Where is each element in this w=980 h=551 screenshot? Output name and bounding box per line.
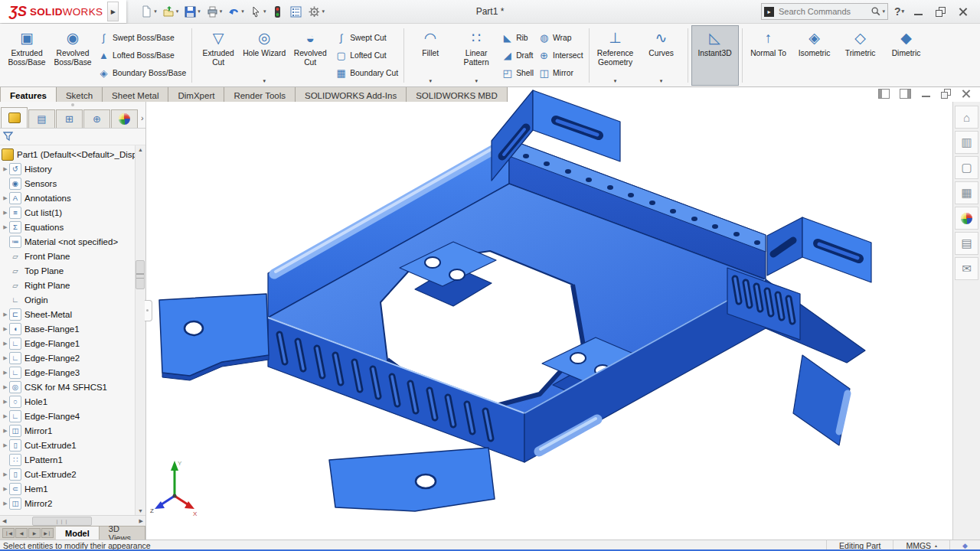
dropdown-caret[interactable]: ▾ (429, 78, 432, 84)
extruded-cut-button[interactable]: ▽Extruded Cut (195, 25, 241, 86)
close-button[interactable] (958, 7, 968, 17)
dropdown-caret[interactable]: ▾ (322, 8, 325, 15)
sheet-metal-part[interactable] (159, 90, 871, 511)
print-button[interactable]: ▾ (204, 4, 224, 20)
linear-pattern-button[interactable]: ∷Linear Pattern▾ (453, 25, 499, 86)
prev-tab-icon[interactable]: ◀ (15, 528, 28, 538)
save-button[interactable]: ▾ (182, 4, 202, 20)
dropdown-caret[interactable]: ▾ (241, 8, 244, 15)
tree-item-right-plane[interactable]: ▱Right Plane (0, 278, 145, 292)
expand-arrow-icon[interactable]: ▶ (2, 355, 9, 361)
tree-item-sheet-metal[interactable]: ▶⊏Sheet-Metal (0, 307, 145, 321)
tree-item-edge-flange4[interactable]: ▶∟Edge-Flange4 (0, 409, 145, 423)
expand-arrow-icon[interactable]: ▶ (2, 224, 9, 230)
taskpane-appearances-button[interactable] (955, 207, 978, 230)
open-button[interactable]: ▾ (161, 4, 181, 20)
tree-item-equations[interactable]: ▶ΣEquations (0, 220, 145, 234)
doc-tab-model[interactable]: Model (56, 527, 100, 540)
tree-item-cut-extrude1[interactable]: ▶▯Cut-Extrude1 (0, 438, 145, 452)
expand-arrow-icon[interactable]: ▶ (2, 399, 9, 405)
swept-boss-base-button[interactable]: ∫Swept Boss/Base (98, 30, 186, 47)
expand-arrow-icon[interactable]: ▶ (2, 370, 9, 376)
traffic-light-button[interactable] (270, 4, 286, 20)
manager-tab-featuremanager-tree[interactable] (1, 107, 28, 128)
dropdown-caret[interactable]: ▾ (614, 78, 617, 84)
doc-restore-button[interactable] (941, 89, 951, 99)
wrap-button[interactable]: ◍Wrap (538, 30, 583, 47)
intersect-button[interactable]: ⊕Intersect (538, 47, 583, 64)
expand-arrow-icon[interactable]: ▶ (2, 428, 9, 434)
tree-item-top-plane[interactable]: ▱Top Plane (0, 263, 145, 278)
tree-item-annotations[interactable]: ▶AAnnotations (0, 191, 145, 205)
manager-tabs-overflow-icon[interactable]: › (139, 113, 146, 122)
taskpane-file-explorer-button[interactable]: ▢ (955, 156, 978, 179)
next-tab-icon[interactable]: ▶ (28, 528, 41, 538)
expand-arrow-icon[interactable]: ▶ (2, 413, 9, 419)
manager-tab-configurationmanager[interactable]: ⊞ (56, 109, 83, 128)
isometric-button[interactable]: ◈Isometric (792, 25, 838, 86)
dropdown-caret[interactable]: ▾ (475, 78, 478, 84)
hscroll-thumb[interactable]: ❘❘❘ (32, 517, 92, 526)
expand-arrow-icon[interactable]: ▶ (2, 471, 9, 478)
scroll-up-icon[interactable]: ▲ (138, 147, 143, 152)
tree-item-part1-root[interactable]: Part1 (Default<<Default>_Disp (0, 147, 145, 161)
tab-features[interactable]: Features (0, 86, 57, 102)
boundary-cut-button[interactable]: ▦Boundary Cut (335, 65, 398, 82)
tree-item-cut-extrude2[interactable]: ▶▯Cut-Extrude2 (0, 467, 145, 481)
tree-item-sensors[interactable]: ◉Sensors (0, 176, 145, 191)
tree-item-mirror1[interactable]: ▶◫Mirror1 (0, 423, 145, 438)
taskpane-view-palette-button[interactable]: ▦ (955, 181, 978, 204)
scroll-right-icon[interactable]: ▶ (139, 518, 143, 524)
lofted-cut-button[interactable]: ▢Lofted Cut (335, 47, 398, 64)
dropdown-caret[interactable]: ▾ (176, 8, 179, 15)
taskpane-home-button[interactable]: ⌂ (955, 106, 978, 129)
swept-cut-button[interactable]: ∫Swept Cut (335, 30, 398, 47)
revolved-boss-base-button[interactable]: ◉Revolved Boss/Base (50, 25, 96, 86)
shell-button[interactable]: ◰Shell (501, 65, 534, 82)
tree-item-edge-flange2[interactable]: ▶∟Edge-Flange2 (0, 350, 145, 365)
dropdown-caret[interactable]: ▾ (660, 78, 663, 84)
dropdown-caret[interactable]: ▾ (263, 78, 266, 84)
tree-item-edge-flange3[interactable]: ▶∟Edge-Flange3 (0, 365, 145, 380)
search-commands-box[interactable]: ▸ ▾ (761, 3, 888, 20)
collapse-right-pane-icon[interactable] (900, 89, 911, 99)
taskpane-forum-button[interactable]: ✉ (955, 257, 978, 280)
tree-item-edge-flange1[interactable]: ▶∟Edge-Flange1 (0, 336, 145, 350)
panel-flyout-button[interactable] (145, 300, 152, 321)
fillet-button[interactable]: ◠Fillet▾ (407, 25, 453, 86)
tab-sketch[interactable]: Sketch (57, 86, 103, 102)
model-viewport[interactable]: Y Z X (145, 86, 953, 540)
mirror-button[interactable]: ◫Mirror (538, 65, 583, 82)
curves-button[interactable]: ∿Curves▾ (639, 25, 684, 86)
reference-geometry-button[interactable]: ⊥Reference Geometry▾ (593, 25, 639, 86)
expand-arrow-icon[interactable]: ▶ (2, 195, 9, 201)
tab-solidworks-add-ins[interactable]: SOLIDWORKS Add-Ins (296, 86, 407, 102)
vscroll-thumb[interactable] (136, 260, 145, 289)
tree-item-mirror2[interactable]: ▶◫Mirror2 (0, 496, 145, 510)
tree-item-base-flange1[interactable]: ▶◖Base-Flange1 (0, 321, 145, 336)
select-button[interactable]: ▾ (248, 4, 268, 20)
tab-render-tools[interactable]: Render Tools (224, 86, 296, 102)
options-gear-button[interactable]: ▾ (306, 4, 326, 20)
expand-arrow-icon[interactable]: ▶ (2, 384, 9, 390)
panel-splitter[interactable] (0, 102, 145, 107)
trimetric-button[interactable]: ◇Trimetric (838, 25, 884, 86)
tab-sheet-metal[interactable]: Sheet Metal (103, 86, 168, 102)
scroll-left-icon[interactable]: ◀ (2, 518, 6, 524)
search-input[interactable] (777, 6, 871, 17)
tree-item-history[interactable]: ▶↺History (0, 161, 145, 176)
tree-item-cut-list-1[interactable]: ▶≡Cut list(1) (0, 205, 145, 220)
tree-item-hole1[interactable]: ▶○Hole1 (0, 394, 145, 409)
expand-arrow-icon[interactable]: ▶ (2, 210, 9, 216)
scroll-down-icon[interactable]: ▼ (138, 508, 143, 514)
collapse-left-pane-icon[interactable] (878, 89, 890, 99)
doc-tab-3d-views[interactable]: 3D Views (100, 527, 145, 540)
tree-horizontal-scrollbar[interactable]: ◀ ❘❘❘ ▶ (0, 515, 145, 526)
doc-close-button[interactable] (961, 89, 971, 99)
tree-item-lpattern1[interactable]: ∷LPattern1 (0, 452, 145, 467)
restore-button[interactable] (936, 7, 946, 17)
tree-item-csk-for-m4-sfhcs1[interactable]: ▶◎CSK for M4 SFHCS1 (0, 380, 145, 394)
search-dropdown-caret[interactable]: ▾ (882, 8, 885, 15)
search-icon[interactable] (871, 6, 881, 17)
expand-arrow-icon[interactable]: ▶ (2, 166, 9, 172)
